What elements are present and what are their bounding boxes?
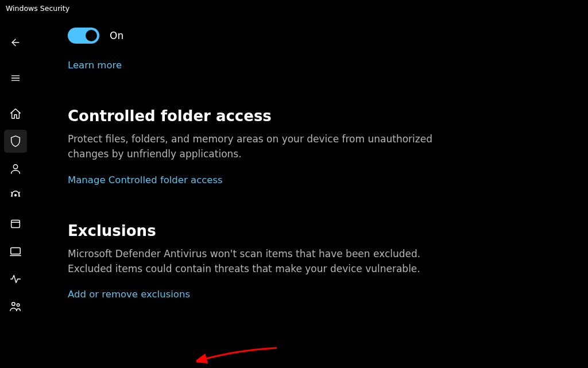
main-content: On Learn more Controlled folder access P… [31,16,588,368]
exclusions-description: Microsoft Defender Antivirus won't scan … [68,246,435,277]
toggle-knob [86,30,97,41]
window-titlebar: Windows Security [0,0,588,16]
cfa-description: Protect files, folders, and memory areas… [68,131,435,162]
app-browser-icon[interactable] [4,212,27,235]
home-icon[interactable] [4,102,27,125]
learn-more-link[interactable]: Learn more [68,60,122,71]
svg-point-9 [12,303,15,306]
firewall-icon[interactable] [4,185,27,208]
svg-point-10 [17,304,20,307]
svg-point-3 [13,165,17,169]
account-icon[interactable] [4,157,27,180]
window-title: Windows Security [6,4,69,13]
svg-rect-5 [11,220,20,228]
shield-icon[interactable] [4,130,27,153]
toggle-state-label: On [110,30,123,41]
cfa-title: Controlled folder access [68,107,565,125]
svg-rect-7 [11,248,21,254]
add-remove-exclusions-link[interactable]: Add or remove exclusions [68,289,190,300]
exclusions-section: Exclusions Microsoft Defender Antivirus … [68,222,565,300]
sidebar [0,16,31,368]
family-icon[interactable] [4,295,27,318]
manage-cfa-link[interactable]: Manage Controlled folder access [68,175,223,185]
svg-point-4 [15,195,17,196]
device-security-icon[interactable] [4,240,27,263]
back-icon[interactable] [4,31,27,54]
performance-icon[interactable] [4,268,27,290]
realtime-protection-toggle[interactable] [68,28,99,44]
exclusions-title: Exclusions [68,222,565,239]
controlled-folder-access-section: Controlled folder access Protect files, … [68,107,565,185]
menu-icon[interactable] [4,67,27,90]
